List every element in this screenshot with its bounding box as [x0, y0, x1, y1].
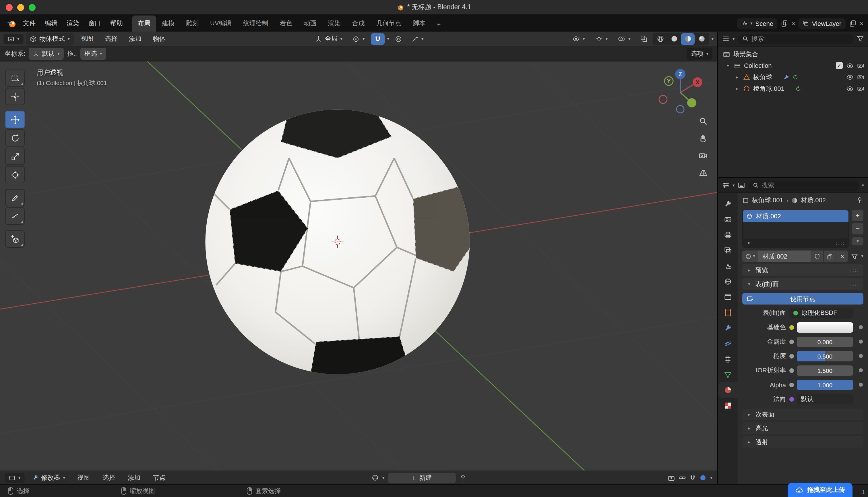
tool-move-button[interactable] [5, 111, 25, 128]
menu-file[interactable]: 文件 [18, 17, 40, 30]
node-editor-type-selector[interactable]: ▾ [4, 472, 25, 483]
pivot-point-selector[interactable]: ▾ [349, 33, 369, 44]
slot-footer-grip[interactable]: :::: [836, 240, 845, 246]
viewport-menu-object[interactable]: 物体 [148, 33, 170, 45]
fake-user-button[interactable] [811, 251, 824, 262]
outliner-row-icosphere[interactable]: ▸ 棱角球 [718, 71, 868, 83]
specular-panel-header[interactable]: ▸ 高光 [742, 422, 864, 434]
viewport-canvas[interactable]: 用户透视 (1) Collection | 棱角球.001 [0, 61, 717, 471]
tab-object[interactable] [718, 304, 738, 320]
close-window-button[interactable] [6, 4, 13, 11]
workspace-tab-modeling[interactable]: 建模 [156, 15, 180, 32]
menu-edit[interactable]: 编辑 [40, 17, 62, 30]
tool-measure-button[interactable] [5, 208, 25, 225]
pin-icon[interactable] [459, 474, 467, 482]
workspace-tab-layout[interactable]: 布局 [132, 15, 156, 32]
icosphere-001-expand-caret[interactable]: ▸ [734, 86, 740, 91]
alpha-slider[interactable]: 1.000 [797, 380, 853, 390]
workspace-tab-geonodes[interactable]: 几何节点 [371, 15, 407, 32]
workspace-tab-animation[interactable]: 动画 [298, 15, 322, 32]
minimize-window-button[interactable] [17, 4, 24, 11]
viewlayer-selector[interactable]: ViewLayer [799, 18, 845, 28]
properties-editor-icon[interactable] [722, 182, 730, 189]
tab-tool[interactable] [718, 196, 738, 211]
preview-panel-grip[interactable]: :::: [850, 267, 859, 273]
tool-select-box-button[interactable] [5, 70, 25, 87]
slot-footer-caret[interactable]: ▸ [746, 240, 752, 245]
slot-specials-button[interactable]: ▾ [852, 237, 864, 245]
tab-data[interactable] [718, 367, 738, 382]
metallic-slider[interactable]: 0.000 [797, 337, 853, 347]
visibility-dropdown[interactable]: ▾ [568, 33, 589, 44]
gizmos-dropdown[interactable]: ▾ [591, 33, 612, 44]
collection-hide-eye-icon[interactable] [846, 62, 854, 69]
material-filter-icon[interactable] [851, 253, 858, 260]
menu-help[interactable]: 帮助 [106, 17, 128, 30]
proportional-edit-toggle[interactable] [392, 33, 405, 44]
workspace-tab-uv[interactable]: UV编辑 [204, 15, 237, 32]
properties-editor-chevron-icon[interactable]: ▾ [733, 183, 735, 188]
shading-wireframe-button[interactable] [653, 33, 667, 44]
properties-search-input[interactable]: 搜索 [748, 180, 859, 190]
remove-slot-button[interactable]: − [852, 223, 864, 235]
workspace-tab-rendering[interactable]: 渲染 [322, 15, 347, 32]
node-snap-icon[interactable] [690, 474, 696, 481]
editor-type-selector[interactable]: ▾ [3, 33, 24, 44]
node-overlay-chevron-icon[interactable]: ▾ [710, 476, 712, 480]
select-mode-dropdown[interactable]: 框选 ▾ [80, 48, 106, 60]
outliner-mode-chevron-icon[interactable]: ▾ [733, 37, 735, 41]
overlays-dropdown[interactable]: ▾ [614, 33, 635, 44]
outliner-row-collection[interactable]: ▾ Collection ✓ [718, 60, 868, 71]
material-name-field[interactable]: 材质.002 [759, 251, 811, 262]
scene-unlink-icon[interactable]: × [792, 20, 795, 27]
pan-hand-icon[interactable] [698, 134, 708, 143]
tab-texture[interactable] [718, 398, 738, 413]
snap-settings-chevron-icon[interactable]: ▾ [387, 37, 389, 41]
shading-material-button[interactable] [681, 33, 695, 44]
outliner-display-mode-icon[interactable] [722, 35, 730, 43]
properties-options-chevron-icon[interactable]: ▾ [862, 183, 864, 188]
icosphere-001-hide-eye-icon[interactable] [846, 85, 854, 92]
tab-material[interactable] [718, 382, 738, 398]
ior-keyframe-dot[interactable] [858, 368, 863, 372]
menu-window[interactable]: 窗口 [84, 17, 106, 30]
new-material-button[interactable] [824, 251, 836, 262]
properties-display-icon[interactable] [738, 182, 745, 189]
alpha-keyframe-dot[interactable] [858, 383, 863, 387]
nodetree-browse-icon[interactable] [371, 474, 379, 482]
node-mode-selector[interactable]: 修改器 ▾ [28, 472, 70, 484]
collection-checkbox[interactable]: ✓ [836, 62, 843, 69]
icosphere-expand-caret[interactable]: ▸ [734, 74, 740, 80]
xray-toggle[interactable] [637, 33, 650, 44]
camera-view-icon[interactable] [698, 151, 708, 160]
unlink-material-button[interactable]: × [836, 251, 848, 262]
viewport-menu-select[interactable]: 选择 [100, 33, 122, 45]
tool-cursor-button[interactable] [5, 88, 25, 105]
viewport-menu-view[interactable]: 视图 [76, 33, 98, 45]
link-icon[interactable] [679, 474, 686, 482]
snap-toggle[interactable] [371, 33, 385, 44]
scene-selector[interactable]: ▾ Scene [737, 18, 777, 28]
use-nodes-button[interactable]: 使用节点 [742, 293, 864, 304]
properties-pin-icon[interactable] [856, 197, 864, 204]
workspace-tab-compositing[interactable]: 合成 [347, 15, 371, 32]
upload-drop-button[interactable]: 拖拽至此上传 [788, 483, 853, 497]
collection-render-camera-icon[interactable] [857, 62, 865, 69]
zoom-icon[interactable] [698, 117, 708, 126]
shading-chevron-icon[interactable]: ▾ [711, 37, 713, 41]
breadcrumb-material-name[interactable]: 材质.002 [801, 196, 826, 204]
viewlayer-new-copy-icon[interactable] [849, 19, 856, 27]
metallic-keyframe-dot[interactable] [858, 340, 863, 344]
shading-solid-button[interactable] [667, 33, 681, 44]
node-menu-select[interactable]: 选择 [98, 472, 120, 484]
outliner-row-icosphere-001[interactable]: ▸ 棱角球.001 [718, 83, 868, 94]
ortho-toggle-icon[interactable] [698, 168, 708, 178]
viewlayer-remove-icon[interactable]: × [860, 20, 864, 27]
tab-render[interactable] [718, 211, 738, 227]
node-menu-view[interactable]: 视图 [73, 472, 94, 484]
blender-logo-icon[interactable] [7, 19, 16, 28]
tab-viewlayer[interactable] [718, 242, 738, 258]
base-color-swatch[interactable] [797, 322, 853, 332]
tool-transform-button[interactable] [5, 166, 25, 183]
ior-slider[interactable]: 1.500 [797, 365, 853, 375]
